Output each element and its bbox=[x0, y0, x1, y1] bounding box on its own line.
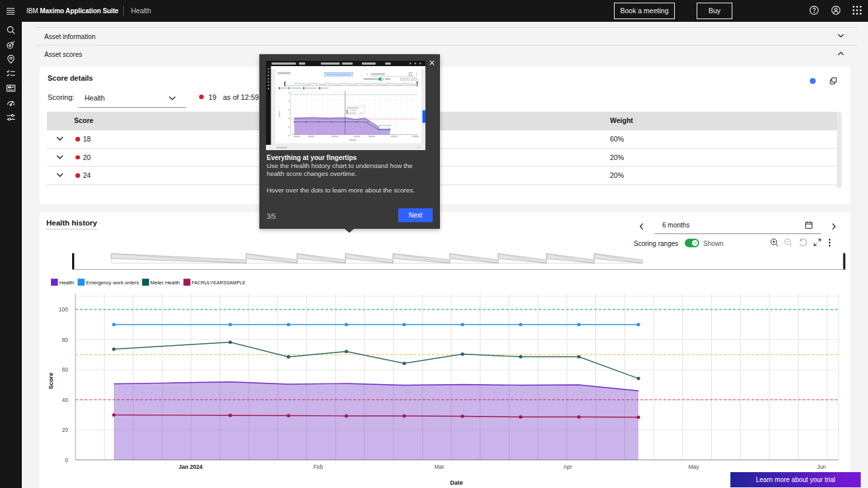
svg-text:Meter Health: Meter Health bbox=[150, 280, 180, 286]
svg-text:40: 40 bbox=[62, 397, 69, 403]
svg-text:60: 60 bbox=[62, 366, 69, 373]
svg-text:Feb: Feb bbox=[314, 464, 324, 470]
svg-text:80: 80 bbox=[62, 337, 69, 343]
svg-text:May: May bbox=[688, 464, 699, 470]
svg-text:Emergency work orders: Emergency work orders bbox=[86, 280, 139, 286]
svg-text:Jan 2024: Jan 2024 bbox=[179, 464, 202, 470]
svg-text:Apr: Apr bbox=[563, 464, 572, 470]
svg-text:0: 0 bbox=[65, 457, 68, 464]
svg-text:Mar: Mar bbox=[435, 464, 445, 470]
svg-text:Health: Health bbox=[60, 280, 75, 286]
svg-text:20: 20 bbox=[62, 427, 69, 433]
svg-text:100: 100 bbox=[59, 306, 68, 313]
svg-text:Jun: Jun bbox=[817, 464, 826, 470]
svg-text:FACRULYEARSSAMPLE: FACRULYEARSSAMPLE bbox=[192, 280, 246, 286]
svg-text:Score: Score bbox=[48, 372, 54, 389]
svg-text:Date: Date bbox=[450, 479, 463, 486]
